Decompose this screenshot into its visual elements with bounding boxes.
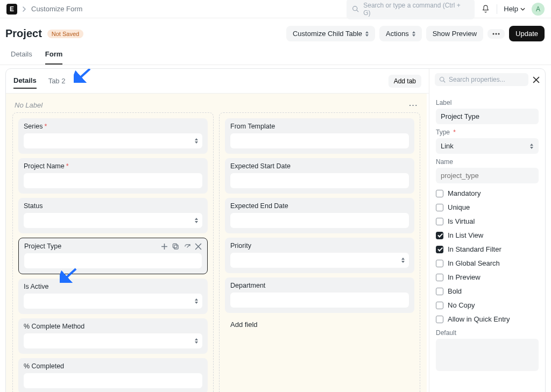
field-label-text: Is Active xyxy=(24,283,49,290)
updown-icon xyxy=(195,298,198,304)
form-field[interactable]: Is Active xyxy=(18,279,208,314)
prop-checkbox-row[interactable]: Mandatory xyxy=(436,189,539,197)
field-label-text: Department xyxy=(230,282,265,289)
column-right: From Template Expected Start Date Expect… xyxy=(219,112,420,392)
svg-point-2 xyxy=(493,33,495,34)
checkbox[interactable] xyxy=(436,302,443,309)
prop-default-input[interactable] xyxy=(436,339,539,371)
prop-checkbox-row[interactable]: Is Virtual xyxy=(436,217,539,225)
customize-child-table-button[interactable]: Customize Child Table xyxy=(286,26,375,41)
form-field[interactable]: Project Name* xyxy=(18,158,208,194)
checkbox[interactable] xyxy=(436,288,443,295)
add-icon[interactable] xyxy=(161,243,168,250)
field-input[interactable] xyxy=(24,213,202,228)
prop-label-input[interactable] xyxy=(436,109,539,124)
prop-name-label: Name xyxy=(436,158,539,166)
form-field[interactable]: % Completed xyxy=(18,358,208,392)
field-input[interactable] xyxy=(24,173,202,188)
field-input[interactable] xyxy=(230,133,409,148)
add-field-button[interactable]: Add field xyxy=(225,317,263,332)
checkbox[interactable] xyxy=(436,274,443,281)
field-label-text: % Complete Method xyxy=(24,323,84,330)
form-field[interactable]: From Template xyxy=(225,118,414,154)
app-logo[interactable]: E xyxy=(6,4,17,15)
form-field[interactable]: Priority xyxy=(225,238,414,273)
prop-checkbox-row[interactable]: Allow in Quick Entry xyxy=(436,315,539,323)
field-input[interactable] xyxy=(230,173,409,188)
checkbox[interactable] xyxy=(436,316,443,323)
field-input[interactable] xyxy=(24,373,202,388)
form-field[interactable]: Expected Start Date xyxy=(225,158,414,194)
svg-rect-5 xyxy=(174,245,178,248)
form-field[interactable]: Series* xyxy=(18,118,208,154)
field-label-text: Expected End Date xyxy=(230,202,288,210)
field-input[interactable] xyxy=(24,333,202,348)
search-icon xyxy=(352,5,359,12)
field-input[interactable] xyxy=(24,294,202,309)
svg-line-10 xyxy=(443,81,445,82)
checkbox-label: Is Virtual xyxy=(448,217,475,225)
field-input[interactable] xyxy=(230,253,409,268)
close-icon xyxy=(533,76,540,83)
checkbox[interactable] xyxy=(436,246,443,253)
command-search[interactable]: Search or type a command (Ctrl + G) xyxy=(347,0,475,19)
field-input[interactable] xyxy=(24,133,202,148)
form-field[interactable]: % Complete Method xyxy=(18,318,208,354)
properties-search[interactable]: Search properties... xyxy=(435,73,528,86)
svg-point-4 xyxy=(498,33,500,34)
tab-form-outer[interactable]: Form xyxy=(45,46,63,65)
svg-point-0 xyxy=(353,6,357,11)
updown-icon xyxy=(195,338,198,344)
checkbox-label: No Copy xyxy=(448,301,475,309)
checkbox[interactable] xyxy=(436,204,443,211)
field-label-text: % Completed xyxy=(24,362,64,370)
prop-checkbox-row[interactable]: Unique xyxy=(436,203,539,211)
form-field[interactable]: Department xyxy=(225,277,414,313)
checkbox-label: Unique xyxy=(448,203,470,211)
form-field[interactable]: Expected End Date xyxy=(225,198,414,233)
prop-checkbox-row[interactable]: In Standard Filter xyxy=(436,245,539,253)
form-field[interactable]: Project Type xyxy=(18,238,208,274)
tab-details-outer[interactable]: Details xyxy=(11,46,32,65)
link-out-icon[interactable] xyxy=(183,243,190,250)
tab-details-inner[interactable]: Details xyxy=(13,73,37,89)
user-avatar[interactable]: A xyxy=(532,3,545,16)
field-input[interactable] xyxy=(230,213,409,228)
checkbox-label: Mandatory xyxy=(448,189,481,197)
field-input[interactable] xyxy=(24,253,202,268)
svg-rect-6 xyxy=(173,244,176,247)
help-menu[interactable]: Help xyxy=(504,5,525,13)
svg-line-1 xyxy=(357,10,358,12)
tab-2-inner[interactable]: Tab 2 xyxy=(48,74,66,88)
column-left: Series* Project Name* Status Project Typ… xyxy=(12,112,214,392)
form-field[interactable]: Status xyxy=(18,198,208,233)
add-tab-button[interactable]: Add tab xyxy=(388,75,421,88)
prop-checkbox-row[interactable]: In Preview xyxy=(436,273,539,281)
checkbox[interactable] xyxy=(436,232,443,239)
prop-checkbox-row[interactable]: In List View xyxy=(436,231,539,239)
close-icon[interactable] xyxy=(195,243,202,250)
close-panel-button[interactable] xyxy=(533,76,540,83)
copy-icon[interactable] xyxy=(172,243,179,250)
breadcrumb[interactable]: Customize Form xyxy=(31,5,82,13)
update-button[interactable]: Update xyxy=(509,26,545,41)
field-input[interactable] xyxy=(230,293,409,308)
search-icon xyxy=(439,76,446,83)
show-preview-button[interactable]: Show Preview xyxy=(426,26,483,41)
search-placeholder: Search or type a command (Ctrl + G) xyxy=(363,2,469,17)
prop-checkbox-row[interactable]: In Global Search xyxy=(436,259,539,267)
prop-checkbox-row[interactable]: No Copy xyxy=(436,301,539,309)
actions-menu-button[interactable]: Actions xyxy=(379,26,422,41)
chevron-down-icon xyxy=(520,8,525,11)
updown-icon xyxy=(530,144,533,149)
more-menu-button[interactable] xyxy=(488,29,505,39)
checkbox[interactable] xyxy=(436,190,443,197)
checkbox[interactable] xyxy=(436,218,443,225)
prop-checkbox-row[interactable]: Bold xyxy=(436,287,539,295)
section-menu-icon[interactable]: ··· xyxy=(409,101,418,109)
checkbox[interactable] xyxy=(436,260,443,267)
notifications-icon[interactable] xyxy=(481,4,490,13)
prop-type-select[interactable] xyxy=(436,138,539,154)
prop-name-input[interactable] xyxy=(436,168,539,183)
breadcrumb-separator xyxy=(23,6,26,12)
